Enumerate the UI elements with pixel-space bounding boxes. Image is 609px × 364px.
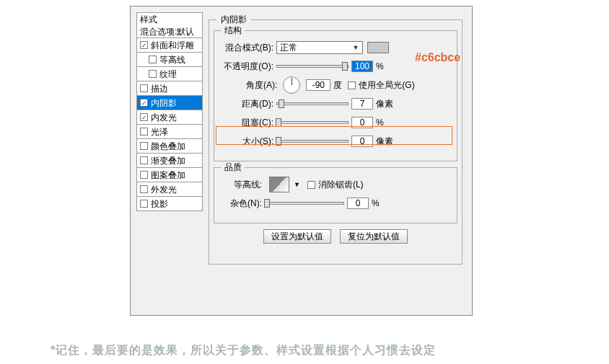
sidebar-item-label: 等高线	[159, 53, 185, 67]
style-checkbox[interactable]	[149, 56, 157, 63]
noise-slider[interactable]	[265, 202, 344, 205]
sidebar-item-label: 外发光	[151, 182, 177, 197]
style-checkbox[interactable]	[149, 70, 157, 78]
sidebar-item-label: 投影	[151, 197, 168, 211]
blend-mode-label: 混合模式(B):	[222, 42, 276, 54]
hex-annotation: #c6cbce	[415, 51, 460, 64]
distance-unit: 像素	[376, 98, 398, 110]
angle-input[interactable]: -90	[306, 79, 330, 91]
size-label: 大小(S):	[222, 136, 276, 148]
style-checkbox[interactable]	[140, 156, 148, 164]
distance-label: 距离(D):	[222, 98, 276, 110]
choke-label: 阻塞(C):	[222, 117, 276, 129]
quality-group: 品质 等高线: ▼ 消除锯齿(L) 杂色(N): 0 %	[214, 167, 457, 223]
sidebar-item-纹理[interactable]: 纹理	[136, 67, 203, 81]
noise-label: 杂色(N):	[222, 197, 265, 210]
sidebar-item-颜色叠加[interactable]: 颜色叠加	[136, 139, 203, 154]
distance-slider[interactable]	[276, 102, 349, 105]
style-checkbox[interactable]	[140, 128, 148, 136]
contour-label: 等高线:	[222, 179, 265, 191]
sidebar-item-label: 颜色叠加	[151, 139, 185, 154]
sidebar-item-label: 渐变叠加	[151, 154, 185, 168]
structure-title: 结构	[222, 25, 245, 37]
sidebar-item-斜面和浮雕[interactable]: 斜面和浮雕	[136, 38, 203, 53]
contour-picker[interactable]	[269, 177, 289, 192]
style-checkbox[interactable]	[140, 142, 148, 150]
sidebar-item-投影[interactable]: 投影	[136, 197, 203, 211]
sidebar-item-渐变叠加[interactable]: 渐变叠加	[136, 154, 203, 168]
choke-unit: %	[376, 117, 398, 128]
structure-group: 结构 混合模式(B): 正常 ▼ 不透明度(O): 100 % 角度(A): -…	[214, 30, 457, 161]
size-input[interactable]: 0	[351, 136, 373, 147]
style-sidebar: 样式 混合选项:默认 斜面和浮雕等高线纹理描边内阴影内发光光泽颜色叠加渐变叠加图…	[136, 12, 203, 211]
global-light-checkbox[interactable]	[348, 81, 356, 89]
opacity-input[interactable]: 100	[351, 61, 373, 72]
choke-slider[interactable]	[276, 121, 349, 124]
anti-alias-checkbox[interactable]	[307, 181, 315, 189]
sidebar-header-styles[interactable]: 样式	[136, 12, 203, 25]
chevron-down-icon: ▼	[351, 44, 361, 51]
global-light-label: 使用全局光(G)	[359, 79, 414, 92]
sidebar-item-label: 内阴影	[151, 96, 177, 110]
sidebar-item-label: 纹理	[159, 67, 177, 81]
sidebar-item-label: 内发光	[151, 110, 177, 125]
opacity-label: 不透明度(O):	[222, 61, 276, 73]
noise-input[interactable]: 0	[347, 197, 369, 209]
opacity-slider[interactable]	[276, 65, 349, 68]
sidebar-item-图案叠加[interactable]: 图案叠加	[136, 168, 203, 182]
blend-mode-value: 正常	[280, 42, 297, 54]
footnote: *记住，最后要的是效果，所以关于参数、样式设置根据个人习惯去设定	[51, 343, 436, 358]
sidebar-header-blend[interactable]: 混合选项:默认	[136, 25, 203, 38]
angle-dial[interactable]	[283, 76, 300, 94]
reset-default-button[interactable]: 复位为默认值	[340, 229, 408, 244]
opacity-unit: %	[376, 61, 398, 71]
style-checkbox[interactable]	[140, 99, 148, 107]
sidebar-item-label: 图案叠加	[151, 168, 185, 182]
quality-title: 品质	[222, 161, 245, 174]
sidebar-item-内发光[interactable]: 内发光	[136, 110, 203, 125]
distance-input[interactable]: 7	[351, 98, 373, 110]
choke-input[interactable]: 0	[351, 117, 373, 128]
style-checkbox[interactable]	[140, 171, 148, 179]
chevron-down-icon[interactable]: ▼	[294, 181, 300, 188]
angle-label: 角度(A):	[246, 79, 277, 92]
noise-unit: %	[372, 198, 393, 208]
size-slider[interactable]	[276, 140, 349, 143]
sidebar-item-内阴影[interactable]: 内阴影	[136, 96, 203, 110]
set-default-button[interactable]: 设置为默认值	[263, 229, 331, 244]
anti-alias-label: 消除锯齿(L)	[318, 179, 364, 191]
sidebar-item-label: 描边	[151, 81, 168, 96]
style-checkbox[interactable]	[140, 200, 148, 208]
blend-mode-dropdown[interactable]: 正常 ▼	[276, 41, 363, 54]
style-checkbox[interactable]	[140, 84, 148, 92]
color-swatch[interactable]	[367, 42, 389, 53]
sidebar-item-等高线[interactable]: 等高线	[136, 53, 203, 67]
style-checkbox[interactable]	[140, 41, 148, 49]
sidebar-item-光泽[interactable]: 光泽	[136, 125, 203, 139]
style-checkbox[interactable]	[140, 185, 148, 193]
sidebar-item-描边[interactable]: 描边	[136, 81, 203, 96]
style-checkbox[interactable]	[140, 113, 148, 121]
angle-unit: 度	[333, 79, 342, 92]
sidebar-item-label: 斜面和浮雕	[151, 38, 194, 53]
size-unit: 像素	[376, 136, 398, 148]
sidebar-item-外发光[interactable]: 外发光	[136, 182, 203, 197]
sidebar-item-label: 光泽	[151, 125, 168, 139]
